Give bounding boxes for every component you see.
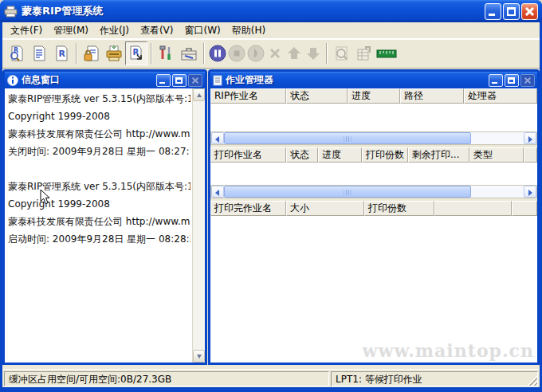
scrollbar-thumb[interactable]	[224, 186, 471, 198]
column-header-progress[interactable]: 进度	[318, 147, 362, 163]
pause-button[interactable]	[208, 43, 227, 64]
toolbox-icon	[180, 45, 198, 62]
rip-document-button[interactable]: R	[50, 41, 73, 65]
info-maximize-button[interactable]	[172, 74, 187, 87]
move-up-icon	[285, 45, 303, 62]
stop-button[interactable]	[227, 43, 246, 64]
info-window-title: 信息窗口	[22, 73, 153, 87]
column-header-copies[interactable]: 打印份数	[364, 201, 434, 216]
rip-document-icon: R	[53, 45, 70, 62]
menu-help[interactable]: 帮助(H)	[227, 22, 270, 39]
toolbox-button[interactable]	[178, 41, 200, 65]
done-table-body[interactable]: www.maintop.cn	[210, 216, 537, 363]
close-button[interactable]	[521, 3, 538, 20]
scroll-right-icon[interactable]	[524, 132, 536, 144]
printer-button[interactable]	[103, 41, 125, 65]
minimize-icon	[492, 82, 497, 84]
job-preview-button[interactable]: R	[6, 41, 28, 65]
job-manager-body: RIP作业名 状态 进度 路径 处理器	[210, 88, 537, 363]
cancel-button[interactable]	[265, 43, 285, 64]
menu-bar: 文件(F) 管理(M) 作业(J) 查看(V) 窗口(W) 帮助(H)	[2, 22, 540, 39]
tools-icon	[158, 45, 175, 62]
toolbar-separator	[203, 43, 205, 64]
info-vertical-scrollbar[interactable]	[192, 88, 205, 363]
toolbar-separator	[326, 43, 328, 64]
column-header-status[interactable]: 状态	[286, 147, 318, 163]
maximize-button[interactable]	[503, 3, 520, 20]
column-header-remaining[interactable]: 剩余打印...	[408, 147, 469, 163]
tools-button[interactable]	[155, 41, 178, 65]
move-down-button[interactable]	[304, 43, 323, 64]
scroll-left-icon[interactable]	[211, 132, 224, 144]
menu-file[interactable]: 文件(F)	[6, 22, 47, 39]
print-table-hscrollbar[interactable]	[210, 185, 537, 198]
document-icon	[213, 75, 222, 86]
close-icon	[189, 75, 202, 86]
column-header-type[interactable]: 类型	[469, 147, 524, 163]
menu-window[interactable]: 窗口(W)	[179, 22, 225, 39]
print-jobs-pane: 打印作业名 状态 进度 打印份数 剩余打印... 类型	[210, 147, 537, 198]
close-icon	[521, 75, 534, 86]
scroll-down-icon[interactable]	[193, 350, 205, 363]
app-window: 蒙泰RIP管理系统 文件(F) 管理(M) 作业(J) 查看(V) 窗口(W) …	[0, 0, 542, 392]
rip-table-header: RIP作业名 状态 进度 路径 处理器	[210, 88, 537, 104]
column-header-processor[interactable]: 处理器	[464, 88, 537, 104]
rip-to-print-button[interactable]: R	[125, 41, 147, 65]
info-line: 蒙泰RIP管理系统 ver 5.3.15(内部版本号:16	[8, 90, 190, 108]
column-header-print-job[interactable]: 打印作业名	[210, 147, 286, 163]
preview-icon	[333, 45, 351, 62]
info-line: 蒙泰科技发展有限责任公司 http://www.maix	[8, 213, 190, 230]
scroll-left-icon[interactable]	[211, 186, 224, 198]
column-header-status[interactable]: 状态	[286, 88, 348, 104]
status-buffer-space: 缓冲区占用空间/可用空间:0B/27.3GB	[4, 371, 329, 386]
menu-job[interactable]: 作业(J)	[95, 22, 134, 39]
rip-table-hscrollbar[interactable]	[210, 131, 537, 145]
menu-view[interactable]: 查看(V)	[136, 22, 179, 39]
minimize-button[interactable]	[485, 3, 501, 20]
print-report-icon	[355, 45, 373, 62]
finished-jobs-pane: 打印完作业名 大小 打印份数 www.maintop.cn	[210, 201, 537, 363]
title-bar: 蒙泰RIP管理系统	[0, 0, 542, 22]
column-header-path[interactable]: 路径	[400, 88, 464, 104]
jobs-maximize-button[interactable]	[505, 74, 519, 87]
toolbar: R R	[2, 39, 540, 69]
resume-button[interactable]	[246, 43, 265, 64]
secure-document-button[interactable]	[81, 41, 103, 65]
secure-document-icon	[83, 45, 100, 62]
done-table-header: 打印完作业名 大小 打印份数	[210, 201, 537, 216]
document-button[interactable]	[28, 41, 50, 65]
column-header-finished-job[interactable]: 打印完作业名	[210, 201, 286, 216]
cancel-icon	[266, 45, 284, 62]
info-line: Copyright 1999-2008	[8, 108, 190, 125]
column-header-copies[interactable]: 打印份数	[362, 147, 408, 163]
info-minimize-button[interactable]	[156, 74, 171, 87]
mdi-area: 信息窗口 蒙泰RIP管理系统 ver 5.3.15(内部版本号:16 Copyr…	[2, 69, 540, 369]
scroll-up-icon[interactable]	[193, 88, 205, 101]
status-printer-text: LPT1: 等候打印作业	[336, 374, 422, 385]
ruler-button[interactable]	[375, 41, 398, 65]
rip-to-print-icon: R	[128, 45, 145, 62]
print-report-button[interactable]	[353, 41, 375, 65]
scrollbar-thumb[interactable]	[224, 132, 471, 144]
column-header-progress[interactable]: 进度	[348, 88, 400, 104]
rip-table-body[interactable]	[210, 104, 537, 131]
resize-grip[interactable]	[527, 375, 537, 386]
printer-icon	[105, 45, 123, 62]
minimize-icon	[159, 82, 165, 84]
job-preview-icon: R	[8, 45, 26, 62]
preview-button[interactable]	[331, 41, 353, 65]
info-line: 启动时间: 2009年9月28日 星期一 08:28:38	[8, 230, 190, 248]
window-chrome: 文件(F) 管理(M) 作业(J) 查看(V) 窗口(W) 帮助(H) R	[2, 22, 540, 387]
jobs-minimize-button[interactable]	[489, 74, 503, 87]
watermark-text: www.maintop.cn	[363, 340, 534, 361]
info-line: 蒙泰RIP管理系统 ver 5.3.15(内部版本号:16	[8, 178, 190, 195]
print-table-body[interactable]	[210, 163, 537, 185]
column-header-rip-job[interactable]: RIP作业名	[210, 88, 286, 104]
scroll-right-icon[interactable]	[524, 186, 536, 198]
menu-manage[interactable]: 管理(M)	[49, 22, 93, 39]
info-line: Copyright 1999-2008	[8, 195, 190, 213]
job-manager-window: 作业管理器 RIP作业名 状态 进度 路径	[208, 69, 540, 365]
minimize-icon	[489, 14, 495, 16]
column-header-size[interactable]: 大小	[286, 201, 364, 216]
move-up-button[interactable]	[285, 43, 304, 64]
